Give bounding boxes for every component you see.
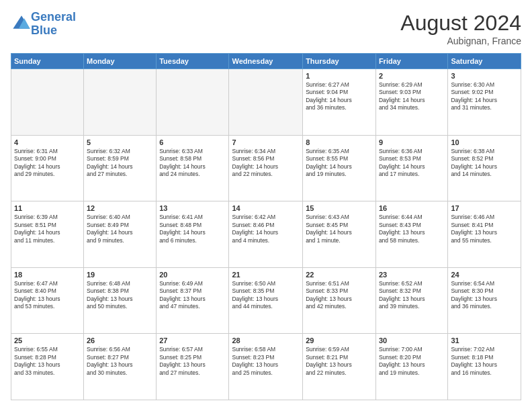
day-info: Sunrise: 6:55 AM Sunset: 8:28 PM Dayligh… [14,346,81,377]
week-row-2: 4Sunrise: 6:31 AM Sunset: 9:00 PM Daylig… [11,135,521,201]
day-number: 30 [379,336,445,345]
day-number: 18 [14,271,81,279]
day-info: Sunrise: 6:36 AM Sunset: 8:53 PM Dayligh… [379,148,445,179]
day-cell: 10Sunrise: 6:38 AM Sunset: 8:52 PM Dayli… [448,135,521,201]
day-cell: 25Sunrise: 6:55 AM Sunset: 8:28 PM Dayli… [11,334,84,400]
day-cell: 2Sunrise: 6:29 AM Sunset: 9:03 PM Daylig… [375,69,447,136]
day-cell [84,69,157,136]
day-number: 3 [451,72,518,80]
day-info: Sunrise: 6:27 AM Sunset: 9:04 PM Dayligh… [306,81,373,112]
day-info: Sunrise: 6:43 AM Sunset: 8:45 PM Dayligh… [306,214,373,244]
day-info: Sunrise: 6:46 AM Sunset: 8:41 PM Dayligh… [451,214,518,244]
day-info: Sunrise: 6:57 AM Sunset: 8:25 PM Dayligh… [159,346,226,377]
day-number: 31 [451,336,518,345]
day-number: 17 [451,204,518,212]
day-number: 1 [306,72,373,80]
logo-text: General Blue [31,11,76,38]
day-cell [157,69,229,136]
header: General Blue August 2024 Aubignan, Franc… [11,11,521,46]
day-cell: 23Sunrise: 6:52 AM Sunset: 8:32 PM Dayli… [375,267,447,334]
day-number: 4 [14,138,81,146]
day-info: Sunrise: 6:30 AM Sunset: 9:02 PM Dayligh… [451,81,518,112]
day-info: Sunrise: 6:51 AM Sunset: 8:33 PM Dayligh… [306,280,373,311]
day-number: 29 [306,336,373,345]
day-number: 6 [159,138,226,146]
day-cell: 12Sunrise: 6:40 AM Sunset: 8:49 PM Dayli… [84,201,157,268]
day-cell: 17Sunrise: 6:46 AM Sunset: 8:41 PM Dayli… [448,201,521,268]
day-number: 15 [306,204,373,212]
day-number: 19 [87,271,153,279]
day-number: 14 [232,204,300,212]
logo: General Blue [11,11,76,38]
location: Aubignan, France [400,36,521,46]
day-number: 11 [14,204,81,212]
weekday-saturday: Saturday [448,54,521,69]
day-cell: 15Sunrise: 6:43 AM Sunset: 8:45 PM Dayli… [303,201,376,268]
day-cell: 8Sunrise: 6:35 AM Sunset: 8:55 PM Daylig… [303,135,376,201]
day-info: Sunrise: 6:31 AM Sunset: 9:00 PM Dayligh… [14,148,81,179]
day-info: Sunrise: 6:33 AM Sunset: 8:58 PM Dayligh… [159,148,226,179]
day-info: Sunrise: 6:54 AM Sunset: 8:30 PM Dayligh… [451,280,518,311]
day-cell: 27Sunrise: 6:57 AM Sunset: 8:25 PM Dayli… [157,334,229,400]
day-cell: 3Sunrise: 6:30 AM Sunset: 9:02 PM Daylig… [448,69,521,136]
day-cell [229,69,303,136]
logo-line1: General [31,10,76,24]
calendar: SundayMondayTuesdayWednesdayThursdayFrid… [11,53,521,400]
day-info: Sunrise: 6:32 AM Sunset: 8:59 PM Dayligh… [87,148,153,179]
day-cell: 21Sunrise: 6:50 AM Sunset: 8:35 PM Dayli… [229,267,303,334]
day-cell: 18Sunrise: 6:47 AM Sunset: 8:40 PM Dayli… [11,267,84,334]
day-info: Sunrise: 6:41 AM Sunset: 8:48 PM Dayligh… [159,214,226,244]
day-number: 23 [379,271,445,279]
day-number: 13 [159,204,226,212]
day-number: 24 [451,271,518,279]
day-number: 5 [87,138,153,146]
day-info: Sunrise: 6:38 AM Sunset: 8:52 PM Dayligh… [451,148,518,179]
day-number: 12 [87,204,153,212]
day-info: Sunrise: 6:49 AM Sunset: 8:37 PM Dayligh… [159,280,226,311]
day-number: 26 [87,336,153,345]
day-number: 10 [451,138,518,146]
day-cell: 1Sunrise: 6:27 AM Sunset: 9:04 PM Daylig… [303,69,376,136]
week-row-3: 11Sunrise: 6:39 AM Sunset: 8:51 PM Dayli… [11,201,521,268]
day-info: Sunrise: 6:40 AM Sunset: 8:49 PM Dayligh… [87,214,153,244]
day-cell: 24Sunrise: 6:54 AM Sunset: 8:30 PM Dayli… [448,267,521,334]
day-number: 21 [232,271,300,279]
day-number: 22 [306,271,373,279]
week-row-5: 25Sunrise: 6:55 AM Sunset: 8:28 PM Dayli… [11,334,521,400]
day-info: Sunrise: 6:48 AM Sunset: 8:38 PM Dayligh… [87,280,153,311]
day-cell: 6Sunrise: 6:33 AM Sunset: 8:58 PM Daylig… [157,135,229,201]
day-number: 28 [232,336,300,345]
day-cell [11,69,84,136]
day-info: Sunrise: 6:42 AM Sunset: 8:46 PM Dayligh… [232,214,300,244]
calendar-body: 1Sunrise: 6:27 AM Sunset: 9:04 PM Daylig… [11,69,521,400]
weekday-thursday: Thursday [303,54,376,69]
day-cell: 7Sunrise: 6:34 AM Sunset: 8:56 PM Daylig… [229,135,303,201]
day-info: Sunrise: 7:02 AM Sunset: 8:18 PM Dayligh… [451,346,518,377]
day-info: Sunrise: 6:59 AM Sunset: 8:21 PM Dayligh… [306,346,373,377]
weekday-tuesday: Tuesday [157,54,229,69]
logo-line2: Blue [31,24,57,37]
day-cell: 11Sunrise: 6:39 AM Sunset: 8:51 PM Dayli… [11,201,84,268]
day-cell: 4Sunrise: 6:31 AM Sunset: 9:00 PM Daylig… [11,135,84,201]
day-cell: 28Sunrise: 6:58 AM Sunset: 8:23 PM Dayli… [229,334,303,400]
day-number: 27 [159,336,226,345]
calendar-table: SundayMondayTuesdayWednesdayThursdayFrid… [11,53,521,400]
day-cell: 22Sunrise: 6:51 AM Sunset: 8:33 PM Dayli… [303,267,376,334]
day-info: Sunrise: 6:44 AM Sunset: 8:43 PM Dayligh… [379,214,445,244]
day-cell: 16Sunrise: 6:44 AM Sunset: 8:43 PM Dayli… [375,201,447,268]
day-info: Sunrise: 6:29 AM Sunset: 9:03 PM Dayligh… [379,81,445,112]
day-number: 16 [379,204,445,212]
day-cell: 30Sunrise: 7:00 AM Sunset: 8:20 PM Dayli… [375,334,447,400]
day-cell: 19Sunrise: 6:48 AM Sunset: 8:38 PM Dayli… [84,267,157,334]
weekday-wednesday: Wednesday [229,54,303,69]
day-cell: 26Sunrise: 6:56 AM Sunset: 8:27 PM Dayli… [84,334,157,400]
week-row-1: 1Sunrise: 6:27 AM Sunset: 9:04 PM Daylig… [11,69,521,136]
day-cell: 14Sunrise: 6:42 AM Sunset: 8:46 PM Dayli… [229,201,303,268]
day-info: Sunrise: 6:52 AM Sunset: 8:32 PM Dayligh… [379,280,445,311]
day-cell: 29Sunrise: 6:59 AM Sunset: 8:21 PM Dayli… [303,334,376,400]
day-number: 9 [379,138,445,146]
month-year: August 2024 [400,11,521,36]
day-info: Sunrise: 6:34 AM Sunset: 8:56 PM Dayligh… [232,148,300,179]
day-number: 2 [379,72,445,80]
day-info: Sunrise: 6:58 AM Sunset: 8:23 PM Dayligh… [232,346,300,377]
